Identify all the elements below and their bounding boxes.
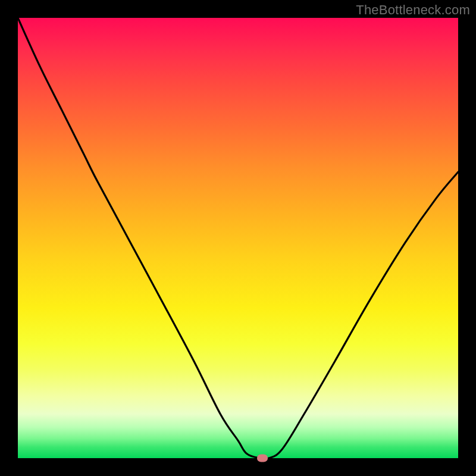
- bottleneck-curve: [18, 18, 458, 458]
- chart-frame: TheBottleneck.com: [0, 0, 476, 476]
- plot-area: [18, 18, 458, 458]
- optimal-point-marker: [257, 455, 268, 462]
- watermark-text: TheBottleneck.com: [356, 2, 470, 18]
